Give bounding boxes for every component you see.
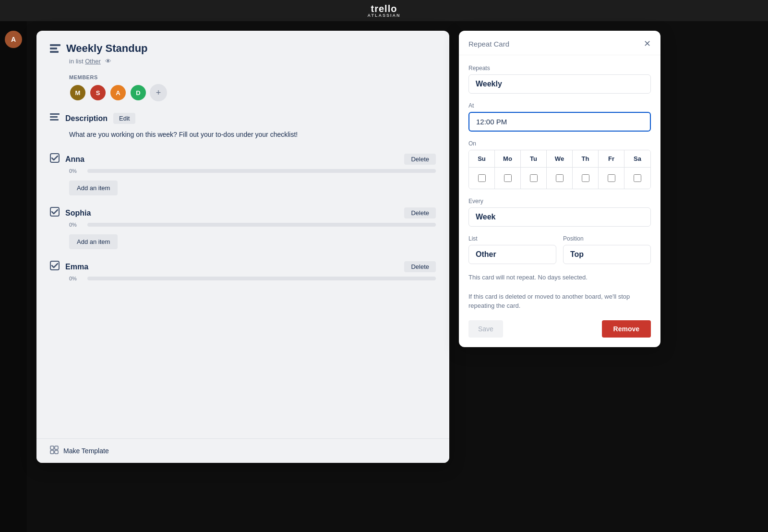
- svg-rect-1: [50, 48, 57, 49]
- day-header-tu: Tu: [521, 150, 547, 168]
- user-avatar[interactable]: A: [5, 31, 22, 48]
- day-header-sa: Sa: [624, 150, 650, 168]
- svg-rect-9: [50, 446, 54, 449]
- card-type-icon: [50, 44, 60, 55]
- card-footer: Make Template: [36, 438, 449, 463]
- position-field-group: Position Top: [563, 235, 651, 264]
- day-checkbox-th[interactable]: [582, 174, 589, 182]
- day-checkbox-we[interactable]: [556, 174, 564, 182]
- trello-logo: trello ATLASSIAN: [368, 4, 401, 18]
- left-sidebar: A: [0, 21, 27, 532]
- edit-description-button[interactable]: Edit: [113, 113, 135, 124]
- add-item-sophia-button[interactable]: Add an item: [69, 234, 118, 249]
- day-checkbox-fr[interactable]: [608, 174, 615, 182]
- day-header-fr: Fr: [599, 150, 624, 168]
- member-avatar-4[interactable]: D: [130, 84, 147, 101]
- save-button[interactable]: Save: [468, 320, 503, 338]
- make-template-label[interactable]: Make Template: [63, 447, 109, 455]
- days-grid: Su Mo Tu We Th Fr Sa: [468, 150, 651, 189]
- progress-anna: 0%: [69, 168, 436, 174]
- position-value[interactable]: Top: [563, 245, 651, 264]
- template-icon: [50, 446, 59, 456]
- list-position-row: List Other Position Top: [468, 235, 651, 264]
- day-cell-fr: [599, 168, 624, 189]
- svg-rect-4: [50, 116, 58, 118]
- notice-block: This card will not repeat. No days selec…: [468, 273, 651, 311]
- watch-icon[interactable]: 👁: [105, 58, 111, 65]
- on-label: On: [468, 140, 651, 147]
- member-avatar-2[interactable]: S: [89, 84, 107, 101]
- delete-emma-button[interactable]: Delete: [404, 261, 436, 272]
- checklist-icon-anna: [50, 153, 60, 165]
- checklist-sophia-title: Sophia: [65, 209, 91, 218]
- day-checkbox-tu[interactable]: [530, 174, 538, 182]
- checklist-title-row: Anna: [50, 153, 84, 165]
- progress-anna-bar-bg: [87, 169, 436, 173]
- add-item-anna-button[interactable]: Add an item: [69, 181, 118, 195]
- repeats-field-group: Repeats Weekly: [468, 65, 651, 94]
- repeat-panel: Repeat Card ✕ Repeats Weekly At On Su M: [459, 31, 660, 347]
- repeats-value[interactable]: Weekly: [468, 74, 651, 94]
- list-value[interactable]: Other: [468, 245, 556, 264]
- at-label: At: [468, 102, 651, 109]
- day-cell-tu: [521, 168, 547, 189]
- checklist-emma-title: Emma: [65, 263, 88, 271]
- repeat-panel-header: Repeat Card ✕: [459, 31, 660, 55]
- checklist-sophia-header: Sophia Delete: [50, 207, 436, 219]
- checklist-anna: Anna Delete 0% Add an item: [50, 153, 436, 195]
- notice-text-1: This card will not repeat. No days selec…: [468, 273, 651, 282]
- members-label: MEMBERS: [69, 74, 436, 80]
- day-header-we: We: [547, 150, 573, 168]
- time-input[interactable]: [468, 112, 651, 132]
- day-cell-sa: [624, 168, 650, 189]
- topbar: trello ATLASSIAN: [0, 0, 768, 21]
- remove-button[interactable]: Remove: [602, 320, 651, 338]
- checklist-anna-title: Anna: [65, 155, 84, 164]
- card-header: Weekly Standup: [50, 42, 436, 55]
- every-label: Every: [468, 198, 651, 205]
- progress-sophia-bar-bg: [87, 223, 436, 227]
- every-value[interactable]: Week: [468, 207, 651, 227]
- close-repeat-panel-button[interactable]: ✕: [644, 39, 651, 48]
- card-list-info: in list Other 👁: [69, 58, 436, 65]
- member-avatar-1[interactable]: M: [69, 84, 86, 101]
- day-cell-th: [573, 168, 599, 189]
- progress-emma: 0%: [69, 276, 436, 281]
- description-title: Description: [65, 114, 108, 123]
- svg-rect-2: [50, 51, 59, 53]
- svg-rect-0: [50, 44, 60, 46]
- description-icon: [50, 113, 60, 124]
- modal-container: Weekly Standup in list Other 👁 MEMBERS M…: [27, 21, 768, 532]
- notice-text-2: If this card is deleted or moved to anot…: [468, 292, 651, 311]
- progress-sophia-pct: 0%: [69, 222, 83, 228]
- member-avatar-3[interactable]: A: [109, 84, 127, 101]
- checklist-emma-title-row: Emma: [50, 261, 88, 273]
- day-checkbox-sa[interactable]: [634, 174, 641, 182]
- delete-anna-button[interactable]: Delete: [404, 154, 436, 165]
- days-header-row: Su Mo Tu We Th Fr Sa: [469, 150, 650, 168]
- day-checkbox-su[interactable]: [478, 174, 486, 182]
- progress-emma-bar-bg: [87, 277, 436, 280]
- position-label: Position: [563, 235, 651, 242]
- checklist-emma: Emma Delete 0%: [50, 261, 436, 281]
- day-header-th: Th: [573, 150, 599, 168]
- checklist-icon-emma: [50, 261, 60, 273]
- days-checkbox-row: [469, 168, 650, 189]
- every-field-group: Every Week: [468, 198, 651, 227]
- progress-sophia: 0%: [69, 222, 436, 228]
- description-header: Description Edit: [50, 113, 436, 124]
- day-cell-we: [547, 168, 573, 189]
- card-title: Weekly Standup: [66, 42, 148, 55]
- svg-rect-12: [55, 450, 58, 454]
- card-list-link[interactable]: Other: [85, 58, 101, 65]
- repeats-label: Repeats: [468, 65, 651, 72]
- members-row: M S A D +: [69, 84, 436, 101]
- day-checkbox-mo[interactable]: [504, 174, 512, 182]
- checklist-sophia-title-row: Sophia: [50, 207, 91, 219]
- repeat-panel-title: Repeat Card: [468, 40, 509, 48]
- day-cell-mo: [495, 168, 521, 189]
- day-cell-su: [469, 168, 495, 189]
- repeat-panel-body: Repeats Weekly At On Su Mo Tu We Th: [459, 55, 660, 347]
- add-member-button[interactable]: +: [150, 84, 167, 101]
- delete-sophia-button[interactable]: Delete: [404, 207, 436, 218]
